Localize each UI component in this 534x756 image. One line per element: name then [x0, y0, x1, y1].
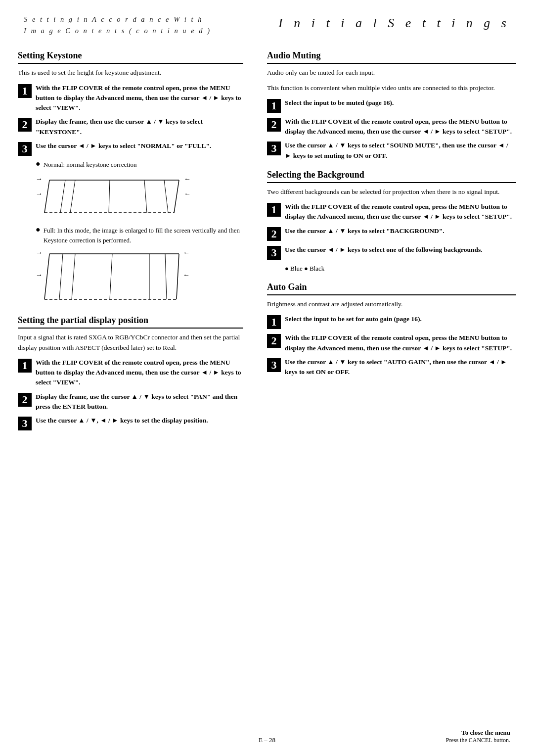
bg-step-3-text: Use the cursor ◄ / ► keys to select one …	[285, 245, 483, 255]
bg-step-2-text: Use the cursor ▲ / ▼ keys to select "BAC…	[285, 226, 445, 236]
partial-step-3-text: Use the cursor ▲ / ▼, ◄ / ► keys to set …	[36, 416, 208, 425]
bg-step-1-text: With the FLIP COVER of the remote contro…	[285, 202, 516, 222]
footer-close: To close the menu Press the CANCEL butto…	[348, 729, 510, 744]
step-num-3: 3	[18, 142, 32, 156]
svg-text:←: ←	[183, 250, 190, 256]
footer: E – 28 To close the menu Press the CANCE…	[0, 729, 534, 744]
bg-step-num-2: 2	[267, 227, 281, 241]
svg-text:←: ←	[184, 175, 191, 183]
bg-step-num-3: 3	[267, 246, 281, 260]
section-ag-title: Auto Gain	[267, 282, 516, 295]
partial-step-3: 3 Use the cursor ▲ / ▼, ◄ / ► keys to se…	[18, 416, 243, 430]
svg-line-23	[165, 254, 167, 299]
section-audio-desc1: Audio only can be muted for each input.	[267, 68, 516, 78]
header-left-line2: I m a g e C o n t e n t s ( c o n t i n …	[24, 25, 211, 37]
ag-step-1-text: Select the input to be set for auto gain…	[285, 314, 422, 324]
section-bg-title: Selecting the Background	[267, 170, 516, 183]
section-audio-title: Audio Muting	[267, 50, 516, 64]
svg-line-10	[164, 180, 168, 213]
bg-options: ● Blue ● Black	[285, 264, 516, 274]
section-keystone-title: Setting Keystone	[18, 50, 243, 64]
section-ag-desc: Brightness and contrast are adjusted aut…	[267, 299, 516, 309]
ag-step-num-3: 3	[267, 358, 281, 372]
svg-text:←: ←	[183, 271, 190, 279]
page: S e t t i n g i n A c c o r d a n c e W …	[0, 0, 534, 756]
main-content: Setting Keystone This is used to set the…	[0, 42, 534, 434]
section-keystone: Setting Keystone This is used to set the…	[18, 50, 243, 306]
bullet-normal-text: Normal: normal keystone correction	[44, 160, 137, 170]
close-menu-title: To close the menu	[348, 729, 510, 737]
diagram-full: → ← →	[36, 250, 243, 306]
close-menu-desc: Press the CANCEL button.	[348, 737, 510, 744]
section-audio-desc2: This function is convenient when multipl…	[267, 83, 516, 93]
step-1-text: With the FLIP COVER of the remote contro…	[36, 83, 243, 113]
ag-step-num-1: 1	[267, 315, 281, 329]
audio-step-1-text: Select the input to be muted (page 16).	[285, 98, 394, 108]
keystone-diagram-full: → ← →	[36, 250, 204, 304]
diagram-normal: → ←	[36, 174, 243, 221]
section-bg-desc: Two different backgrounds can be selecte…	[267, 187, 516, 197]
bg-step-num-1: 1	[267, 203, 281, 217]
ag-step-2-text: With the FLIP COVER of the remote contro…	[285, 333, 516, 353]
bullet-full-text: Full: In this mode, the image is enlarge…	[44, 226, 243, 245]
svg-line-21	[110, 254, 112, 299]
right-column: Audio Muting Audio only can be muted for…	[255, 42, 516, 434]
svg-line-20	[72, 254, 75, 299]
audio-step-2: 2 With the FLIP COVER of the remote cont…	[267, 117, 516, 137]
svg-line-6	[60, 180, 65, 213]
partial-step-num-2: 2	[18, 393, 32, 407]
bullet-dot-normal: ●	[36, 160, 41, 168]
bg-step-1: 1 With the FLIP COVER of the remote cont…	[267, 202, 516, 222]
section-background: Selecting the Background Two different b…	[267, 170, 516, 273]
audio-step-1: 1 Select the input to be muted (page 16)…	[267, 98, 516, 113]
svg-line-2	[44, 180, 49, 213]
section-autogain: Auto Gain Brightness and contrast are ad…	[267, 282, 516, 377]
svg-text:→: →	[36, 175, 43, 183]
left-column: Setting Keystone This is used to set the…	[18, 42, 255, 434]
ag-step-3-text: Use the cursor ▲ / ▼ key to select "AUTO…	[285, 357, 516, 378]
bullet-full: ● Full: In this mode, the image is enlar…	[36, 226, 243, 245]
audio-step-num-2: 2	[267, 118, 281, 132]
header-right: I n i t i a l S e t t i n g s	[278, 14, 510, 31]
svg-line-19	[59, 254, 63, 299]
footer-page: E – 28	[186, 736, 348, 744]
bullet-dot-full: ●	[36, 226, 41, 234]
bg-step-2: 2 Use the cursor ▲ / ▼ keys to select "B…	[267, 226, 516, 241]
svg-line-8	[109, 180, 110, 213]
header: S e t t i n g i n A c c o r d a n c e W …	[0, 0, 534, 42]
keystone-step-2: 2 Display the frame, then use the cursor…	[18, 117, 243, 137]
ag-step-2: 2 With the FLIP COVER of the remote cont…	[267, 333, 516, 353]
keystone-step-3: 3 Use the cursor ◄ / ► keys to select "N…	[18, 141, 243, 156]
bullet-normal: ● Normal: normal keystone correction	[36, 160, 243, 170]
svg-line-9	[144, 180, 147, 213]
section-audio: Audio Muting Audio only can be muted for…	[267, 50, 516, 161]
svg-text:→: →	[36, 190, 43, 197]
bg-step-3: 3 Use the cursor ◄ / ► keys to select on…	[267, 245, 516, 260]
section-keystone-desc: This is used to set the height for keyst…	[18, 68, 243, 78]
partial-step-1-text: With the FLIP COVER of the remote contro…	[36, 358, 243, 388]
header-left-line1: S e t t i n g i n A c c o r d a n c e W …	[24, 14, 211, 25]
svg-line-4	[174, 180, 179, 213]
partial-step-2-text: Display the frame, use the cursor ▲ / ▼ …	[36, 392, 243, 412]
step-num-2: 2	[18, 118, 32, 132]
audio-step-num-1: 1	[267, 99, 281, 113]
audio-step-2-text: With the FLIP COVER of the remote contro…	[285, 117, 516, 137]
audio-step-num-3: 3	[267, 142, 281, 155]
svg-line-7	[70, 180, 75, 213]
step-2-text: Display the frame, then use the cursor ▲…	[36, 117, 243, 137]
ag-step-num-2: 2	[267, 334, 281, 348]
section-partial: Setting the partial display position Inp…	[18, 315, 243, 430]
audio-step-3-text: Use the cursor ▲ / ▼ keys to select "SOU…	[285, 141, 516, 161]
partial-step-num-1: 1	[18, 359, 32, 373]
audio-step-3: 3 Use the cursor ▲ / ▼ keys to select "S…	[267, 141, 516, 161]
step-3-text: Use the cursor ◄ / ► keys to select "NOR…	[36, 141, 211, 151]
header-left: S e t t i n g i n A c c o r d a n c e W …	[24, 14, 211, 37]
partial-step-2: 2 Display the frame, use the cursor ▲ / …	[18, 392, 243, 412]
section-partial-desc: Input a signal that is rated SXGA to RGB…	[18, 332, 243, 353]
svg-line-18	[177, 254, 179, 299]
svg-text:→: →	[36, 250, 43, 256]
svg-line-16	[44, 254, 49, 299]
keystone-diagram-normal: → ←	[36, 174, 204, 219]
ag-step-1: 1 Select the input to be set for auto ga…	[267, 314, 516, 329]
partial-step-1: 1 With the FLIP COVER of the remote cont…	[18, 358, 243, 388]
